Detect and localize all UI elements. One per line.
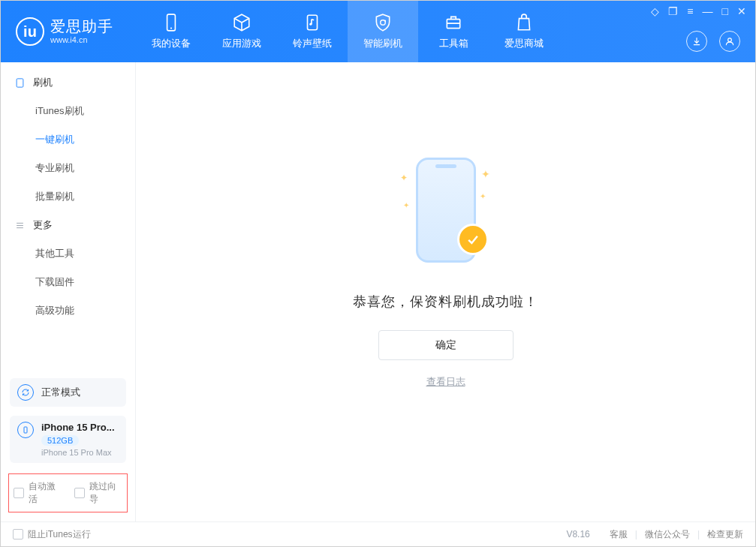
maximize-icon[interactable]: □ — [722, 5, 728, 17]
feedback-icon[interactable]: ❐ — [668, 5, 678, 17]
sidebar-group-flash[interactable]: 刷机 — [1, 68, 135, 97]
brand-subtitle: www.i4.cn — [50, 35, 113, 45]
nav-tabs: 我的设备 应用游戏 铃声壁纸 智能刷机 工具箱 爱思商城 — [136, 1, 559, 62]
separator: | — [635, 529, 637, 539]
highlighted-options: 自动激活 跳过向导 — [8, 473, 128, 512]
checkbox-icon — [14, 488, 24, 498]
nav-label: 爱思商城 — [505, 37, 544, 50]
checkbox-label: 自动激活 — [29, 480, 62, 506]
minimize-icon[interactable]: — — [703, 5, 713, 17]
separator: | — [697, 529, 700, 539]
footer-right: V8.16 客服 | 微信公众号 | 检查更新 — [566, 528, 743, 541]
checkbox-icon — [13, 529, 23, 539]
toolbox-icon — [444, 13, 463, 32]
device-name: iPhone 15 Pro... — [41, 422, 115, 433]
nav-label: 工具箱 — [439, 37, 468, 50]
sparkle-icon: ✦ — [403, 201, 409, 209]
phone-icon — [161, 13, 181, 32]
svg-rect-7 — [24, 427, 27, 433]
download-icon — [691, 36, 702, 47]
sync-icon — [17, 384, 34, 401]
success-illustration: ✦ ✦ ✦ ✦ — [397, 150, 495, 270]
nav-smart-flash[interactable]: 智能刷机 — [348, 1, 418, 62]
svg-rect-6 — [17, 78, 23, 86]
app-logo-icon: iu — [16, 17, 44, 46]
main-content: ✦ ✦ ✦ ✦ 恭喜您，保资料刷机成功啦！ 确定 查看日志 — [136, 62, 755, 521]
check-update-link[interactable]: 检查更新 — [707, 528, 743, 541]
cube-icon — [232, 13, 251, 32]
nav-toolbox[interactable]: 工具箱 — [418, 1, 489, 62]
user-controls — [686, 31, 740, 52]
skin-icon[interactable]: ◇ — [651, 5, 659, 17]
sidebar-item-pro-flash[interactable]: 专业刷机 — [1, 154, 135, 182]
view-log-link[interactable]: 查看日志 — [426, 375, 465, 389]
app-header: iu 爱思助手 www.i4.cn 我的设备 应用游戏 铃声壁纸 智能刷机 工具… — [1, 1, 755, 62]
group-label: 刷机 — [33, 76, 53, 89]
sidebar-item-itunes-flash[interactable]: iTunes刷机 — [1, 97, 135, 125]
tablet-icon — [14, 77, 26, 89]
header-controls: ◇ ❐ ≡ — □ ✕ — [651, 1, 755, 62]
device-mode-box[interactable]: 正常模式 — [10, 378, 126, 407]
logo-area: iu 爱思助手 www.i4.cn — [1, 1, 136, 62]
wechat-link[interactable]: 微信公众号 — [645, 528, 690, 541]
nav-ringtones[interactable]: 铃声壁纸 — [277, 1, 348, 62]
svg-rect-2 — [308, 15, 318, 30]
device-phone-icon — [17, 422, 34, 438]
nav-my-device[interactable]: 我的设备 — [136, 1, 206, 62]
sparkle-icon: ✦ — [481, 168, 490, 180]
download-button[interactable] — [686, 31, 707, 52]
nav-label: 铃声壁纸 — [293, 37, 332, 50]
user-icon — [724, 36, 735, 47]
version-label: V8.16 — [566, 529, 589, 539]
menu-icon[interactable]: ≡ — [687, 5, 693, 17]
nav-label: 应用游戏 — [222, 37, 261, 50]
group-label: 更多 — [33, 218, 53, 232]
device-full-name: iPhone 15 Pro Max — [41, 448, 115, 457]
nav-store[interactable]: 爱思商城 — [489, 1, 559, 62]
logo-text: 爱思助手 www.i4.cn — [50, 17, 113, 45]
nav-label: 智能刷机 — [363, 37, 402, 50]
check-icon — [465, 232, 480, 247]
sidebar-group-more[interactable]: 更多 — [1, 211, 135, 239]
checkbox-label: 阻止iTunes运行 — [28, 528, 91, 541]
sparkle-icon: ✦ — [480, 192, 486, 200]
sidebar-item-download-firmware[interactable]: 下载固件 — [1, 268, 135, 296]
svg-point-3 — [309, 23, 312, 26]
support-link[interactable]: 客服 — [610, 528, 628, 541]
sidebar: 刷机 iTunes刷机 一键刷机 专业刷机 批量刷机 更多 其他工具 下载固件 … — [1, 62, 136, 521]
close-icon[interactable]: ✕ — [737, 5, 746, 17]
sidebar-item-advanced[interactable]: 高级功能 — [1, 296, 135, 325]
device-storage-badge: 512GB — [41, 435, 79, 446]
device-info: iPhone 15 Pro... 512GB iPhone 15 Pro Max — [41, 422, 115, 457]
body: 刷机 iTunes刷机 一键刷机 专业刷机 批量刷机 更多 其他工具 下载固件 … — [1, 62, 755, 521]
sidebar-item-oneclick-flash[interactable]: 一键刷机 — [1, 125, 135, 154]
shield-sync-icon — [373, 13, 393, 32]
checkbox-label: 跳过向导 — [89, 480, 123, 506]
sparkle-icon: ✦ — [400, 173, 408, 183]
nav-label: 我的设备 — [152, 37, 191, 50]
user-button[interactable] — [719, 31, 740, 52]
checkbox-icon — [74, 488, 85, 498]
music-icon — [303, 13, 322, 32]
success-check-badge — [457, 224, 489, 255]
sidebar-item-other-tools[interactable]: 其他工具 — [1, 239, 135, 268]
nav-apps-games[interactable]: 应用游戏 — [206, 1, 277, 62]
block-itunes-checkbox[interactable]: 阻止iTunes运行 — [13, 528, 91, 541]
svg-point-1 — [170, 28, 172, 29]
device-info-box[interactable]: iPhone 15 Pro... 512GB iPhone 15 Pro Max — [10, 416, 126, 463]
sidebar-item-batch-flash[interactable]: 批量刷机 — [1, 182, 135, 211]
brand-title: 爱思助手 — [50, 17, 113, 35]
footer: 阻止iTunes运行 V8.16 客服 | 微信公众号 | 检查更新 — [1, 521, 755, 546]
ok-button[interactable]: 确定 — [378, 330, 514, 360]
success-message: 恭喜您，保资料刷机成功啦！ — [353, 293, 538, 311]
auto-activate-checkbox[interactable]: 自动激活 — [14, 480, 62, 506]
list-icon — [14, 220, 26, 231]
device-mode-label: 正常模式 — [41, 386, 80, 399]
window-controls: ◇ ❐ ≡ — □ ✕ — [651, 5, 746, 17]
shopping-bag-icon — [514, 13, 534, 32]
svg-point-5 — [728, 38, 732, 42]
skip-guide-checkbox[interactable]: 跳过向导 — [74, 480, 123, 506]
